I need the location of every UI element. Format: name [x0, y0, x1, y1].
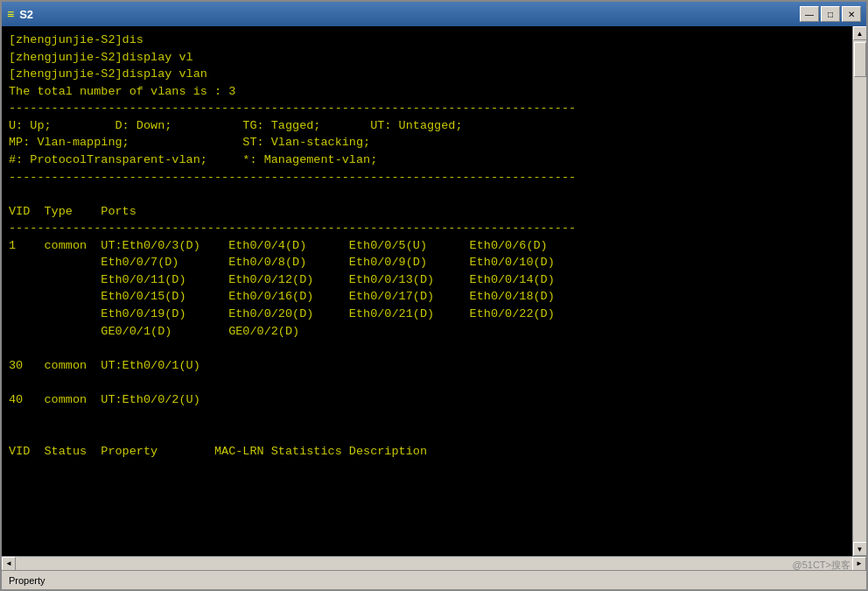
scroll-thumb[interactable]	[854, 42, 866, 77]
property-label: Property	[5, 575, 49, 586]
hscroll-track	[16, 557, 852, 570]
scroll-up-button[interactable]: ▲	[853, 26, 867, 40]
vertical-scrollbar[interactable]: ▲ ▼	[852, 26, 866, 556]
scroll-down-button[interactable]: ▼	[853, 542, 867, 556]
minimize-button[interactable]: —	[800, 6, 819, 22]
title-bar: ≡ S2 — □ ✕	[2, 2, 866, 26]
bottom-area: ◄ ► Property	[2, 556, 866, 589]
status-bar: Property	[2, 570, 866, 589]
title-bar-left: ≡ S2	[7, 7, 33, 21]
watermark: @51CT>搜客	[793, 559, 851, 572]
window-body: [zhengjunjie-S2]dis [zhengjunjie-S2]disp…	[2, 26, 866, 556]
window-title: S2	[19, 8, 33, 21]
close-button[interactable]: ✕	[842, 6, 861, 22]
horizontal-scrollbar[interactable]: ◄ ►	[2, 556, 866, 570]
scroll-track	[853, 40, 866, 542]
window-controls: — □ ✕	[800, 6, 861, 22]
status-section: Property	[5, 571, 49, 589]
window-icon: ≡	[7, 7, 14, 21]
terminal-output[interactable]: [zhengjunjie-S2]dis [zhengjunjie-S2]disp…	[2, 26, 852, 556]
scroll-right-button[interactable]: ►	[852, 557, 866, 571]
scroll-left-button[interactable]: ◄	[2, 557, 16, 571]
maximize-button[interactable]: □	[821, 6, 840, 22]
main-window: ≡ S2 — □ ✕ [zhengjunjie-S2]dis [zhengjun…	[0, 0, 868, 591]
